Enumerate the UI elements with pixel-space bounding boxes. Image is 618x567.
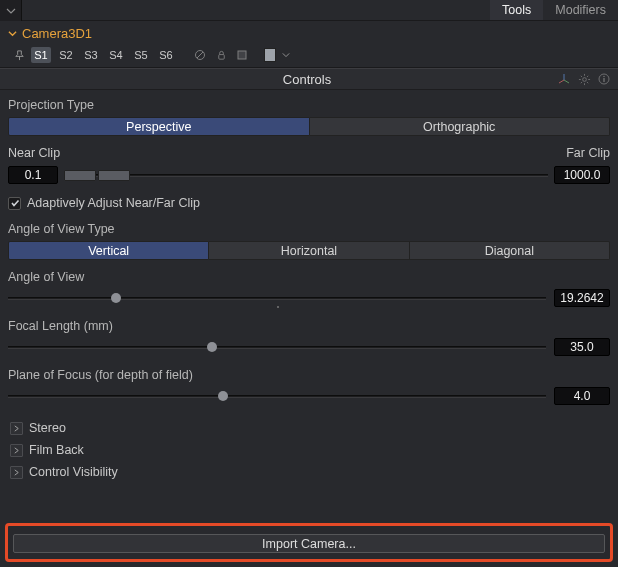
plane-of-focus-field[interactable]: 4.0 <box>554 387 610 405</box>
plane-of-focus-label: Plane of Focus (for depth of field) <box>8 368 610 382</box>
near-clip-field[interactable]: 0.1 <box>8 166 58 184</box>
aov-label: Angle of View <box>8 270 610 284</box>
clip-range-slider[interactable] <box>64 169 548 181</box>
aov-type-diagonal[interactable]: Diagonal <box>410 241 610 260</box>
node-name[interactable]: Camera3D1 <box>22 26 92 41</box>
focal-length-field[interactable]: 35.0 <box>554 338 610 356</box>
far-clip-label: Far Clip <box>566 146 610 160</box>
aov-type-horizontal[interactable]: Horizontal <box>209 241 409 260</box>
svg-rect-7 <box>603 78 604 82</box>
near-clip-label: Near Clip <box>8 146 60 160</box>
projection-perspective[interactable]: Perspective <box>8 117 310 136</box>
state-s6[interactable]: S6 <box>156 47 176 63</box>
slider-track <box>8 395 546 398</box>
adaptive-clip-label: Adaptively Adjust Near/Far Clip <box>27 196 200 210</box>
state-s2[interactable]: S2 <box>56 47 76 63</box>
section-label: Stereo <box>29 421 66 435</box>
far-clip-field[interactable]: 1000.0 <box>554 166 610 184</box>
projection-orthographic[interactable]: Orthographic <box>310 117 611 136</box>
near-clip-handle[interactable] <box>64 170 96 181</box>
focal-length-label: Focal Length (mm) <box>8 319 610 333</box>
aov-type-label: Angle of View Type <box>8 222 610 236</box>
tile-color-dropdown-icon[interactable] <box>281 48 291 62</box>
lock-icon[interactable] <box>213 47 229 63</box>
slider-default-indicator <box>277 306 279 308</box>
svg-point-4 <box>582 77 586 81</box>
state-s5[interactable]: S5 <box>131 47 151 63</box>
section-label: Film Back <box>29 443 84 457</box>
state-s4[interactable]: S4 <box>106 47 126 63</box>
aov-type-segment: Vertical Horizontal Diagonal <box>8 241 610 260</box>
projection-type-label: Projection Type <box>8 98 610 112</box>
aov-type-vertical[interactable]: Vertical <box>8 241 209 260</box>
plane-of-focus-slider[interactable] <box>8 389 546 403</box>
panel-menu-dropdown[interactable] <box>0 0 22 21</box>
projection-type-segment: Perspective Orthographic <box>8 117 610 136</box>
disable-icon[interactable] <box>192 47 208 63</box>
section-label: Control Visibility <box>29 465 118 479</box>
slider-track <box>8 346 546 349</box>
gear-icon[interactable] <box>574 69 594 89</box>
slider-thumb[interactable] <box>207 342 217 352</box>
tab-modifiers[interactable]: Modifiers <box>543 0 618 20</box>
import-camera-highlight: Import Camera... <box>5 523 613 562</box>
focal-length-slider[interactable] <box>8 340 546 354</box>
import-camera-button[interactable]: Import Camera... <box>13 534 605 553</box>
axes-icon[interactable] <box>554 69 574 89</box>
section-title[interactable]: Controls <box>0 72 554 87</box>
tile-color-chip[interactable] <box>264 48 276 62</box>
expand-icon <box>10 466 23 479</box>
adaptive-clip-checkbox[interactable] <box>8 197 21 210</box>
slider-thumb[interactable] <box>218 391 228 401</box>
state-s3[interactable]: S3 <box>81 47 101 63</box>
pin-icon[interactable] <box>12 48 26 62</box>
svg-rect-2 <box>218 54 224 59</box>
snapshot-icon[interactable] <box>234 47 250 63</box>
aov-slider[interactable] <box>8 291 546 305</box>
svg-rect-3 <box>238 51 246 59</box>
section-control-visibility[interactable]: Control Visibility <box>8 461 610 483</box>
info-icon[interactable] <box>594 69 614 89</box>
svg-line-1 <box>197 52 203 58</box>
far-clip-handle[interactable] <box>98 170 130 181</box>
topbar-spacer <box>22 0 490 20</box>
aov-field[interactable]: 19.2642 <box>554 289 610 307</box>
state-s1[interactable]: S1 <box>31 47 51 63</box>
tab-tools[interactable]: Tools <box>490 0 543 20</box>
collapse-node-icon[interactable] <box>6 29 18 38</box>
slider-track <box>64 174 548 177</box>
slider-thumb[interactable] <box>111 293 121 303</box>
svg-point-6 <box>603 76 605 78</box>
expand-icon <box>10 444 23 457</box>
expand-icon <box>10 422 23 435</box>
section-film-back[interactable]: Film Back <box>8 439 610 461</box>
slider-track <box>8 297 546 300</box>
section-stereo[interactable]: Stereo <box>8 417 610 439</box>
